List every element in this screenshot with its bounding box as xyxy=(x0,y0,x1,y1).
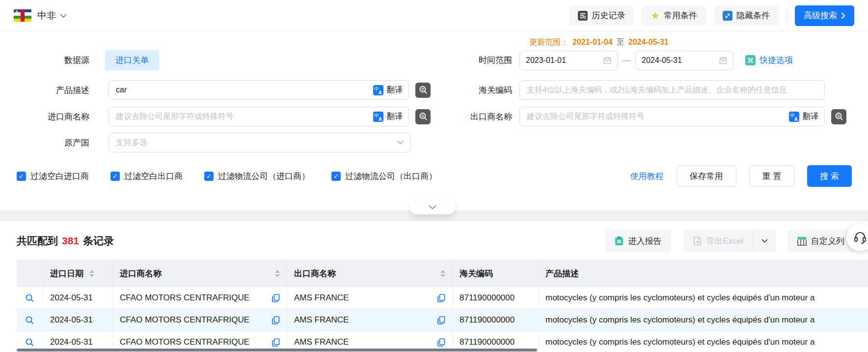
filter-checkbox[interactable]: ✓ 过滤物流公司（出口商） xyxy=(331,171,437,182)
cell-product-desc: motocycles (y compris les cyclomoteurs) … xyxy=(539,287,868,309)
update-range-to: 至 xyxy=(617,37,624,48)
exporter-input[interactable] xyxy=(520,107,824,126)
collapse-panel-handle[interactable] xyxy=(410,200,455,214)
enter-report-label: 进入报告 xyxy=(628,235,661,247)
translate-icon: 中A xyxy=(373,85,383,95)
column-header-label: 进口商名称 xyxy=(120,268,162,279)
quick-options-button[interactable]: ⌘ 快捷选项 xyxy=(745,55,793,66)
hs-code-label: 海关编码 xyxy=(431,85,519,96)
sort-icons[interactable] xyxy=(275,270,280,277)
copy-icon[interactable] xyxy=(437,338,445,347)
report-icon xyxy=(615,236,624,246)
row-detail-search-icon[interactable] xyxy=(25,338,34,347)
summary-prefix: 共匹配到 xyxy=(17,234,58,248)
tutorial-link[interactable]: 使用教程 xyxy=(630,171,664,182)
export-split-button: 导出Excel xyxy=(683,230,776,252)
column-header-label: 海关编码 xyxy=(460,268,493,279)
chevron-down-icon[interactable] xyxy=(60,11,67,20)
origin-country-placeholder: 支持多选 xyxy=(116,138,147,148)
filter-checkbox[interactable]: ✓ 过滤物流公司（进口商） xyxy=(204,171,310,182)
translate-button[interactable]: 中A 翻译 xyxy=(370,107,403,126)
country-selector[interactable]: 中非 xyxy=(37,9,56,22)
hide-conditions-label: 隐藏条件 xyxy=(736,10,770,21)
history-label: 历史记录 xyxy=(592,10,625,21)
column-header: 产品描述 xyxy=(539,260,868,287)
translate-label: 翻译 xyxy=(387,85,403,95)
table-row[interactable]: 2024-05-31 CFAO MOTORS CENTRAFRIQUE AMS … xyxy=(17,287,868,309)
export-icon xyxy=(693,236,702,246)
history-button[interactable]: 历史记录 xyxy=(569,6,634,26)
copy-icon[interactable] xyxy=(272,294,280,302)
save-favorite-button[interactable]: 保存常用 xyxy=(677,165,736,187)
checkbox-group: ✓ 过滤空白进口商 ✓ 过滤空白出口商 ✓ 过滤物流公司（进口商） ✓ 过滤物流… xyxy=(17,171,459,182)
update-range-start: 2021-01-04 xyxy=(572,38,613,47)
importer-input[interactable] xyxy=(109,107,408,126)
cell-hs-code: 871190000000 xyxy=(453,309,539,331)
translate-button[interactable]: 中A 翻译 xyxy=(370,81,403,99)
hide-conditions-button[interactable]: 隐藏条件 xyxy=(714,6,779,26)
translate-label: 翻译 xyxy=(803,112,818,122)
search-button[interactable]: 搜 索 xyxy=(807,165,852,187)
checkbox-label: 过滤空白进口商 xyxy=(30,171,89,182)
top-header: ★ 中非 历史记录 ★ 常用条件 隐藏条件 xyxy=(0,0,868,31)
export-excel-label: 导出Excel xyxy=(706,235,743,247)
sort-icons[interactable] xyxy=(440,270,445,277)
exact-match-icon[interactable] xyxy=(831,109,846,124)
cell-product-desc: motocycles (y compris les cyclomoteurs) … xyxy=(539,331,868,352)
origin-country-select[interactable]: 支持多选 xyxy=(108,133,411,152)
table-row[interactable]: 2024-05-31 CFAO MOTORS CENTRAFRIQUE AMS … xyxy=(17,309,868,331)
date-start-input[interactable]: 2023-01-01 xyxy=(519,51,618,70)
copy-icon[interactable] xyxy=(437,294,445,302)
summary-suffix: 条记录 xyxy=(83,234,114,248)
date-end-input[interactable]: 2024-05-31 xyxy=(635,51,733,70)
product-desc-input[interactable] xyxy=(109,81,408,99)
exact-match-icon[interactable] xyxy=(415,83,431,98)
exporter-label: 出口商名称 xyxy=(431,111,519,122)
column-header[interactable]: 出口商名称 xyxy=(287,260,453,287)
hs-code-input[interactable] xyxy=(520,81,824,99)
tab-import-declaration[interactable]: 进口关单 xyxy=(105,50,159,70)
copy-icon[interactable] xyxy=(272,316,280,324)
exact-match-icon[interactable] xyxy=(415,109,431,124)
enter-report-button[interactable]: 进入报告 xyxy=(605,230,671,252)
origin-country-label: 原产国 xyxy=(0,137,96,148)
filter-checkbox[interactable]: ✓ 过滤空白进口商 xyxy=(17,171,89,182)
reset-button[interactable]: 重 置 xyxy=(749,165,795,187)
translate-icon: 中A xyxy=(373,112,383,122)
filter-checkbox[interactable]: ✓ 过滤空白出口商 xyxy=(110,171,183,182)
headset-icon xyxy=(853,230,868,245)
sort-icons[interactable] xyxy=(89,270,94,277)
cell-product-desc: motocycles (y compris les cyclomoteurs) … xyxy=(539,309,868,331)
quick-options-label: 快捷选项 xyxy=(760,55,793,66)
export-more-button[interactable] xyxy=(753,230,776,252)
time-range-label: 时间范围 xyxy=(431,55,519,66)
calendar-icon xyxy=(719,57,727,64)
checkbox-checked-icon: ✓ xyxy=(110,172,120,181)
row-detail-search-icon[interactable] xyxy=(25,293,34,303)
cell-importer-name: CFAO MOTORS CENTRAFRIQUE xyxy=(120,293,249,303)
cell-hs-code: 871190000000 xyxy=(453,287,539,309)
copy-icon[interactable] xyxy=(272,338,280,347)
page: ★ 中非 历史记录 ★ 常用条件 隐藏条件 xyxy=(0,0,868,352)
summary-count: 381 xyxy=(62,235,79,247)
data-source-label: 数据源 xyxy=(0,55,96,66)
translate-button[interactable]: 中A 翻译 xyxy=(786,107,818,126)
chevron-down-icon xyxy=(397,141,404,145)
horizontal-scrollbar-thumb[interactable] xyxy=(17,349,537,352)
cell-importer-name: CFAO MOTORS CENTRAFRIQUE xyxy=(120,315,249,325)
cell-import-date: 2024-05-31 xyxy=(43,309,113,331)
copy-icon[interactable] xyxy=(437,316,445,324)
custom-columns-button[interactable]: 自定义列 xyxy=(787,230,854,252)
translate-icon: 中A xyxy=(789,112,799,122)
column-header[interactable]: 进口日期 xyxy=(43,260,113,287)
favorites-button[interactable]: ★ 常用条件 xyxy=(642,6,706,26)
date-separator: — xyxy=(623,56,630,65)
column-header[interactable]: 进口商名称 xyxy=(113,260,287,287)
star-icon: ★ xyxy=(651,11,660,21)
column-header-label: 出口商名称 xyxy=(294,268,336,279)
chevron-down-icon xyxy=(761,239,768,243)
export-excel-button[interactable]: 导出Excel xyxy=(683,230,753,252)
advanced-search-button[interactable]: 高级搜索 xyxy=(795,5,854,26)
history-icon xyxy=(578,11,588,21)
row-detail-search-icon[interactable] xyxy=(25,316,34,325)
